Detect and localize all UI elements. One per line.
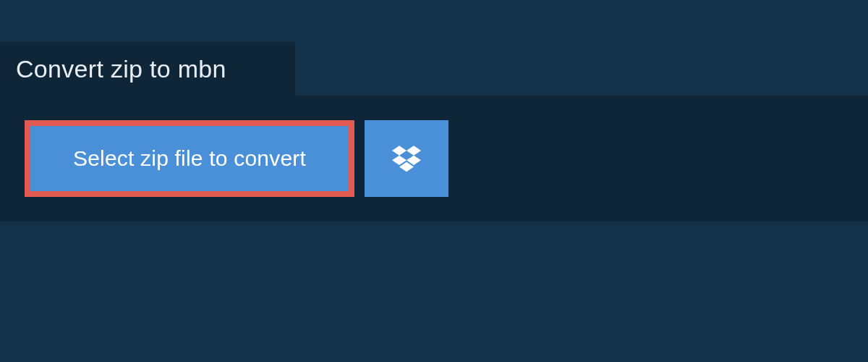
select-file-highlight: Select zip file to convert (25, 120, 354, 197)
dropbox-icon (392, 143, 421, 174)
page-title-bar: Convert zip to mbn (0, 42, 295, 96)
button-row: Select zip file to convert (25, 120, 843, 197)
select-file-label: Select zip file to convert (73, 146, 306, 171)
page-title: Convert zip to mbn (16, 55, 226, 83)
select-file-button[interactable]: Select zip file to convert (30, 126, 349, 191)
action-panel: Select zip file to convert (0, 96, 868, 222)
dropbox-button[interactable] (365, 120, 448, 197)
